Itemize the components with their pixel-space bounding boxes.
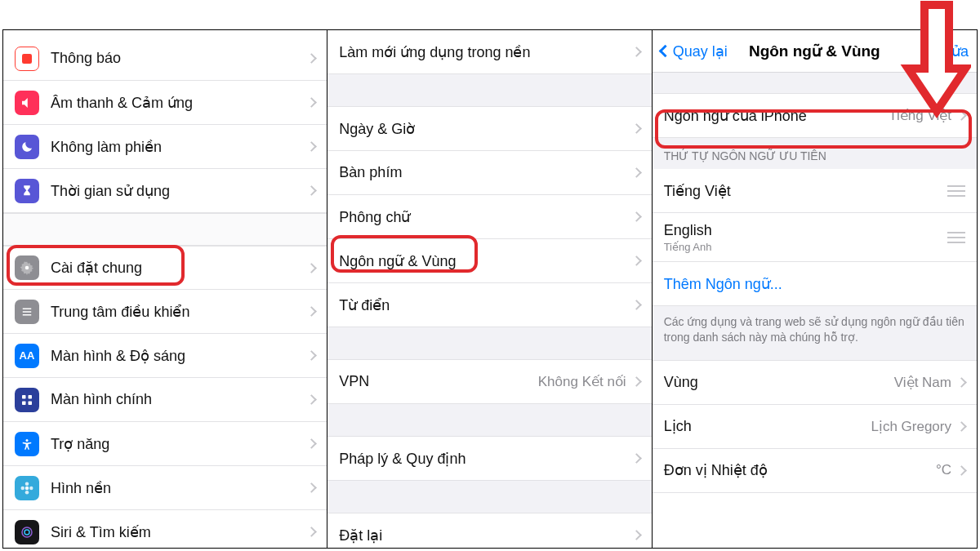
settings-item-control-center[interactable]: Trung tâm điều khiển	[3, 290, 327, 334]
settings-item-label: Trợ năng	[51, 435, 308, 453]
chevron-right-icon	[306, 482, 317, 493]
language-name: English	[664, 222, 947, 239]
back-label: Quay lại	[673, 42, 728, 60]
chevron-right-icon	[631, 453, 642, 464]
general-item-vpn[interactable]: VPN Không Kết nối	[327, 360, 651, 404]
chevron-right-icon	[956, 465, 967, 476]
svg-rect-0	[22, 54, 32, 64]
settings-item-label: Âm thanh & Cảm ứng	[51, 94, 308, 112]
chevron-right-icon	[306, 306, 317, 317]
chevron-right-icon	[631, 47, 642, 57]
svg-point-15	[22, 527, 32, 537]
section-gap	[327, 327, 651, 360]
settings-item-screentime[interactable]: Thời gian sử dụng	[3, 169, 327, 213]
general-item-dictionary[interactable]: Từ điển	[327, 283, 651, 327]
svg-rect-5	[22, 395, 26, 399]
region-row[interactable]: Vùng Việt Nam	[653, 361, 977, 405]
general-item-reset[interactable]: Đặt lại	[327, 513, 651, 548]
general-item-legal[interactable]: Pháp lý & Quy định	[327, 437, 651, 481]
settings-item-sounds[interactable]: Âm thanh & Cảm ứng	[3, 81, 327, 125]
section-gap	[653, 73, 977, 94]
add-language-row[interactable]: Thêm Ngôn ngữ...	[653, 262, 977, 306]
chevron-right-icon	[956, 377, 967, 388]
language-region-screen: Quay lại Ngôn ngữ & Vùng Sửa Ngôn ngữ củ…	[653, 30, 977, 548]
siri-icon	[15, 520, 39, 544]
chevron-right-icon	[956, 421, 967, 432]
general-item-date-time[interactable]: Ngày & Giờ	[327, 107, 651, 151]
row-label: Vùng	[664, 374, 894, 391]
chevron-right-icon	[306, 185, 317, 196]
general-item-language-region[interactable]: Ngôn ngữ & Vùng	[327, 239, 651, 283]
settings-item-general[interactable]: Cài đặt chung	[3, 246, 327, 290]
section-gap	[327, 404, 651, 437]
general-item-keyboard[interactable]: Bàn phím	[327, 151, 651, 195]
svg-rect-4	[23, 314, 32, 316]
svg-rect-2	[23, 308, 32, 309]
svg-rect-6	[29, 395, 33, 399]
row-label: Ngôn ngữ & Vùng	[339, 252, 632, 270]
grid-icon	[15, 388, 39, 412]
svg-point-11	[25, 482, 29, 486]
settings-item-homescreen[interactable]: Màn hình chính	[3, 378, 327, 422]
svg-point-13	[21, 486, 25, 490]
language-row-en[interactable]: English Tiếng Anh	[653, 213, 977, 262]
row-label: VPN	[339, 373, 537, 390]
row-label: Ngôn ngữ của iPhone	[664, 107, 889, 125]
settings-item-display[interactable]: AA Màn hình & Độ sáng	[3, 334, 327, 378]
chevron-right-icon	[631, 167, 642, 178]
drag-handle-icon[interactable]	[947, 232, 965, 243]
chevron-right-icon	[956, 110, 967, 121]
chevron-right-icon	[306, 53, 317, 64]
chevron-right-icon	[306, 350, 317, 361]
section-gap	[327, 74, 651, 107]
sliders-icon	[15, 300, 39, 324]
chevron-right-icon	[631, 123, 642, 134]
chevron-right-icon	[306, 394, 317, 405]
chevron-right-icon	[306, 263, 317, 273]
svg-point-14	[29, 486, 33, 490]
svg-rect-8	[29, 401, 33, 405]
settings-item-notifications[interactable]: Thông báo	[3, 37, 327, 81]
section-header-preferred-order: THỨ TỰ NGÔN NGỮ ƯU TIÊN	[653, 138, 977, 169]
row-detail: Không Kết nối	[538, 373, 626, 390]
chevron-right-icon	[631, 211, 642, 222]
general-item-background-refresh[interactable]: Làm mới ứng dụng trong nền	[327, 30, 651, 74]
section-gap	[327, 481, 651, 513]
chevron-right-icon	[631, 530, 642, 540]
row-label: Bàn phím	[339, 164, 632, 181]
section-gap	[3, 213, 327, 246]
preferred-order-footnote: Các ứng dụng và trang web sẽ sử dụng ngô…	[653, 306, 977, 361]
settings-item-label: Thông báo	[51, 50, 308, 67]
calendar-row[interactable]: Lịch Lịch Gregory	[653, 405, 977, 449]
general-settings-list: Làm mới ứng dụng trong nền Ngày & Giờ Bà…	[327, 30, 652, 548]
iphone-language-row[interactable]: Ngôn ngữ của iPhone Tiếng Việt	[653, 94, 977, 138]
language-row-vi[interactable]: Tiếng Việt	[653, 169, 977, 213]
chevron-right-icon	[306, 527, 317, 537]
drag-handle-icon[interactable]	[947, 185, 965, 197]
chevron-left-icon	[658, 45, 671, 58]
svg-rect-7	[22, 401, 26, 405]
general-item-fonts[interactable]: Phông chữ	[327, 195, 651, 239]
settings-item-accessibility[interactable]: Trợ năng	[3, 422, 327, 466]
row-label: Làm mới ứng dụng trong nền	[339, 43, 632, 61]
chevron-right-icon	[631, 376, 642, 387]
chevron-right-icon	[306, 438, 317, 449]
settings-item-label: Thời gian sử dụng	[51, 182, 308, 200]
temperature-row[interactable]: Đơn vị Nhiệt độ °C	[653, 449, 977, 493]
gear-icon	[15, 256, 39, 280]
moon-icon	[15, 135, 39, 159]
settings-item-siri[interactable]: Siri & Tìm kiếm	[3, 510, 327, 548]
add-language-label: Thêm Ngôn ngữ...	[664, 275, 965, 293]
chevron-right-icon	[306, 141, 317, 152]
settings-item-label: Màn hình chính	[51, 391, 308, 408]
settings-item-wallpaper[interactable]: Hình nền	[3, 466, 327, 510]
settings-main-list: Thông báo Âm thanh & Cảm ứng Không làm p…	[3, 30, 327, 548]
settings-item-label: Không làm phiền	[51, 138, 308, 156]
back-button[interactable]: Quay lại	[661, 42, 728, 60]
edit-button[interactable]: Sửa	[942, 42, 969, 60]
settings-item-label: Trung tâm điều khiển	[51, 303, 308, 321]
hourglass-icon	[15, 179, 39, 203]
settings-item-label: Hình nền	[51, 479, 308, 497]
settings-item-dnd[interactable]: Không làm phiền	[3, 125, 327, 169]
svg-point-9	[26, 439, 29, 442]
